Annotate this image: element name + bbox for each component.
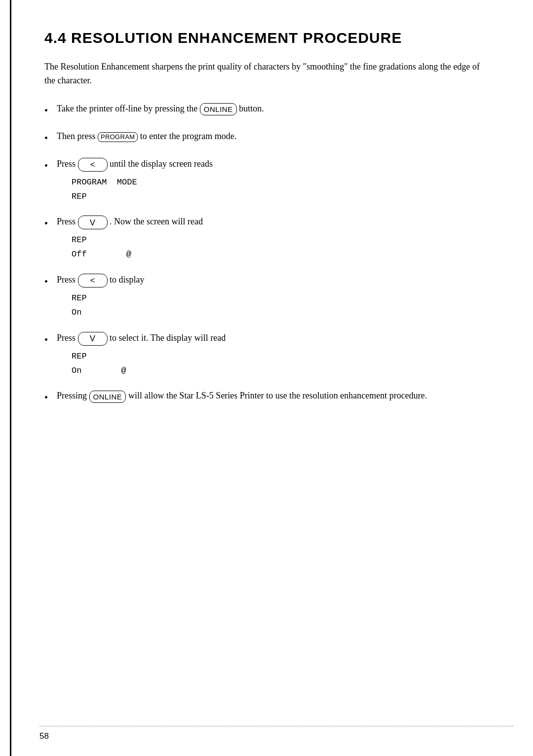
online-button-badge-1: ONLINE <box>200 103 237 115</box>
bullet-6-content: Press V to select it. The display will r… <box>57 331 494 378</box>
page-title: 4.4 RESOLUTION ENHANCEMENT PROCEDURE <box>44 30 494 46</box>
less-than-key-badge-1: < <box>78 158 108 172</box>
list-item: • Press V to select it. The display will… <box>44 331 494 378</box>
display-line-2: On <box>72 306 494 320</box>
display-block-5: REP On <box>72 291 494 320</box>
bullet-1-content: Take the printer off-line by pressing th… <box>57 102 494 116</box>
bullet-point: • <box>44 274 48 289</box>
bullet-7-content: Pressing ONLINE will allow the Star LS-5… <box>57 389 494 403</box>
list-item: • Then press PROGRAM to enter the progra… <box>44 129 494 146</box>
page-number: 58 <box>39 731 49 741</box>
bullet-5-text-before: Press <box>57 275 78 285</box>
left-border <box>10 0 11 756</box>
list-item: • Press < to display REP On <box>44 273 494 320</box>
bullet-3-text-after: until the display screen reads <box>110 159 213 169</box>
display-block-6: REP On@ <box>72 350 494 378</box>
v-key-badge-1: V <box>78 216 108 229</box>
bullet-2-text-before: Then press <box>57 131 98 141</box>
v-key-badge-2: V <box>78 332 108 346</box>
display-block-3: PROGRAM MODE REP <box>72 176 494 204</box>
program-button-badge: PROGRAM <box>98 132 138 142</box>
bullet-4-text-after: . Now the screen will read <box>110 216 203 226</box>
bullet-4-text-before: Press <box>57 216 78 226</box>
bullet-2-content: Then press PROGRAM to enter the program … <box>57 129 494 144</box>
bullet-3-text-before: Press <box>57 159 78 169</box>
display-line-1: PROGRAM MODE <box>72 176 494 190</box>
display-line-1: REP <box>72 233 494 248</box>
less-than-key-badge-2: < <box>78 274 108 288</box>
bullet-4-content: Press V . Now the screen will read REP O… <box>57 215 494 262</box>
procedure-list: • Take the printer off-line by pressing … <box>44 102 494 406</box>
list-item: • Take the printer off-line by pressing … <box>44 102 494 118</box>
at-symbol-2: @ <box>121 364 126 378</box>
at-symbol: @ <box>126 248 131 262</box>
bullet-6-text-after: to select it. The display will read <box>110 333 226 343</box>
list-item: • Pressing ONLINE will allow the Star LS… <box>44 389 494 405</box>
display-line-1: REP <box>72 350 494 364</box>
bullet-point: • <box>44 103 48 118</box>
bullet-7-text-after: will allow the Star LS-5 Series Printer … <box>128 391 427 400</box>
bullet-5-content: Press < to display REP On <box>57 273 494 320</box>
display-line-1: REP <box>72 291 494 306</box>
bullet-point: • <box>44 390 48 405</box>
bullet-point: • <box>44 332 48 348</box>
display-line-2: Off@ <box>72 248 494 262</box>
online-button-badge-2: ONLINE <box>89 391 126 403</box>
list-item: • Press V . Now the screen will read REP… <box>44 215 494 262</box>
display-line-2: REP <box>72 190 494 204</box>
list-item: • Press < until the display screen reads… <box>44 157 494 204</box>
bullet-2-text-after: to enter the program mode. <box>140 131 236 141</box>
bullet-1-text-before: Take the printer off-line by pressing th… <box>57 104 200 113</box>
bullet-6-text-before: Press <box>57 333 78 343</box>
display-block-4: REP Off@ <box>72 233 494 262</box>
bullet-7-text-before: Pressing <box>57 391 89 400</box>
display-line-2: On@ <box>72 364 494 378</box>
bullet-5-text-after: to display <box>110 275 145 285</box>
bullet-3-content: Press < until the display screen reads P… <box>57 157 494 204</box>
bottom-divider <box>39 726 513 726</box>
intro-paragraph: The Resolution Enhancement sharpens the … <box>44 60 489 88</box>
bullet-point: • <box>44 158 48 174</box>
bullet-point: • <box>44 216 48 231</box>
bullet-1-text-after: button. <box>239 104 264 113</box>
bullet-point: • <box>44 130 48 146</box>
page: 4.4 RESOLUTION ENHANCEMENT PROCEDURE The… <box>0 0 533 756</box>
